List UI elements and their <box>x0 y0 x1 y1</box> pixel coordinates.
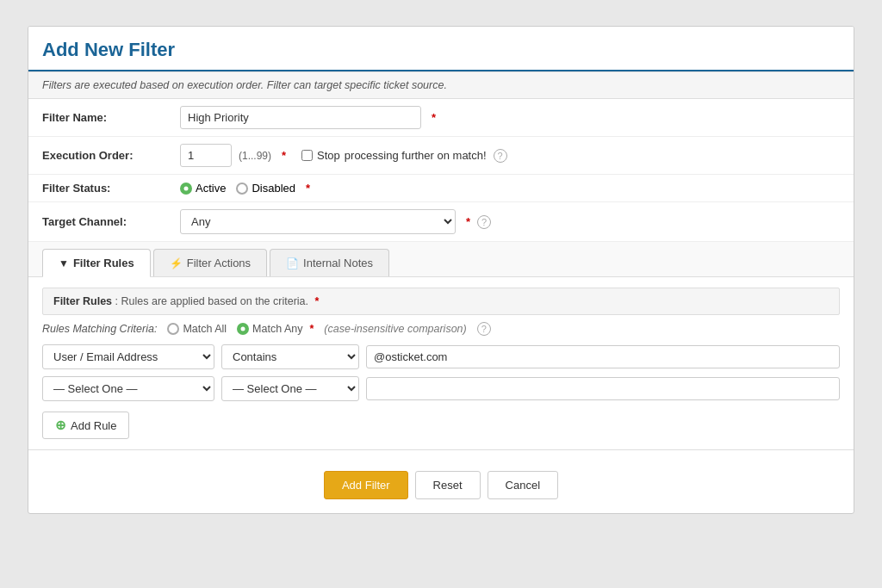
execution-order-field: (1...99) * Stop processing further on ma… <box>180 144 840 167</box>
execution-order-required: * <box>282 149 286 162</box>
filter-name-field: * <box>180 106 840 129</box>
add-rule-label: Add Rule <box>71 419 116 432</box>
matching-help-icon[interactable]: ? <box>477 322 491 336</box>
execution-order-hint: (1...99) <box>239 150 271 162</box>
status-disabled-radio[interactable] <box>236 183 248 195</box>
filter-rules-tab-icon: ▼ <box>59 257 69 269</box>
rules-header-text: : Rules are applied based on the criteri… <box>115 295 308 307</box>
internal-notes-tab-label: Internal Notes <box>303 257 373 269</box>
matching-criteria-label: Rules Matching Criteria: <box>42 323 157 335</box>
match-any-option[interactable]: Match Any * <box>237 323 314 335</box>
execution-order-row: Execution Order: (1...99) * Stop process… <box>28 137 854 175</box>
stop-suffix: processing further on match! <box>345 149 487 162</box>
execution-order-input[interactable] <box>180 144 232 167</box>
stop-bold: Stop <box>317 149 340 162</box>
rules-header-bold: Filter Rules <box>53 295 112 307</box>
rule-row-2: — Select One — — Select One — <box>42 376 840 401</box>
filter-status-row: Filter Status: Active Disabled * <box>28 175 854 202</box>
status-required: * <box>306 182 310 195</box>
stop-processing-checkbox[interactable] <box>301 150 313 161</box>
target-channel-help-icon[interactable]: ? <box>477 215 491 229</box>
internal-notes-tab-icon: 📄 <box>286 257 299 269</box>
tab-filter-rules[interactable]: ▼ Filter Rules <box>42 249 151 277</box>
info-banner: Filters are executed based on execution … <box>28 71 854 99</box>
bottom-buttons: Add Filter Reset Cancel <box>28 450 854 513</box>
filter-name-label: Filter Name: <box>42 111 180 124</box>
matching-criteria: Rules Matching Criteria: Match All Match… <box>42 322 840 336</box>
tabs-wrapper: ▼ Filter Rules ⚡ Filter Actions 📄 Intern… <box>28 242 854 277</box>
target-channel-label: Target Channel: <box>42 215 180 228</box>
rules-content: Filter Rules : Rules are applied based o… <box>28 277 854 449</box>
target-channel-select[interactable]: Any <box>180 209 456 234</box>
rule2-condition-select[interactable]: — Select One — <box>221 376 359 401</box>
rule2-value-input[interactable] <box>366 377 840 400</box>
status-active-label: Active <box>196 182 226 195</box>
tab-internal-notes[interactable]: 📄 Internal Notes <box>270 249 389 276</box>
status-disabled-option[interactable]: Disabled <box>236 182 295 195</box>
match-any-radio[interactable] <box>237 323 249 335</box>
rule1-condition-select[interactable]: Contains <box>221 344 359 369</box>
form-section: Filter Name: * Execution Order: (1...99)… <box>28 99 854 242</box>
match-any-required: * <box>309 323 314 335</box>
cancel-button[interactable]: Cancel <box>488 471 558 499</box>
tab-filter-actions[interactable]: ⚡ Filter Actions <box>153 249 267 276</box>
filter-rules-tab-label: Filter Rules <box>73 257 134 269</box>
rule1-value-input[interactable] <box>366 345 840 368</box>
target-channel-row: Target Channel: Any * ? <box>28 202 854 242</box>
match-all-label: Match All <box>183 323 227 335</box>
filter-name-row: Filter Name: * <box>28 99 854 137</box>
filter-status-label: Filter Status: <box>42 182 180 195</box>
match-all-option[interactable]: Match All <box>167 323 227 335</box>
rules-header: Filter Rules : Rules are applied based o… <box>42 288 840 315</box>
main-container: Add New Filter Filters are executed base… <box>28 26 854 514</box>
rule-row-1: User / Email Address Contains <box>42 344 840 369</box>
filter-name-input[interactable] <box>180 106 421 129</box>
add-filter-button[interactable]: Add Filter <box>324 471 408 499</box>
stop-processing-label[interactable]: Stop processing further on match! <box>301 149 487 162</box>
target-channel-required: * <box>466 215 470 228</box>
execution-order-label: Execution Order: <box>42 149 180 162</box>
add-rule-icon: ⊕ <box>55 418 66 433</box>
status-active-radio[interactable] <box>180 183 192 195</box>
filter-actions-tab-label: Filter Actions <box>187 257 251 269</box>
status-disabled-label: Disabled <box>252 182 295 195</box>
reset-button[interactable]: Reset <box>415 471 481 499</box>
status-radio-group: Active Disabled <box>180 182 295 195</box>
filter-actions-tab-icon: ⚡ <box>170 257 183 269</box>
rule1-field-select[interactable]: User / Email Address <box>42 344 214 369</box>
page-wrapper: Add New Filter Filters are executed base… <box>0 0 882 588</box>
match-any-label: Match Any <box>252 323 302 335</box>
status-active-option[interactable]: Active <box>180 182 226 195</box>
case-hint: (case-insensitive comparison) <box>324 323 466 335</box>
rule2-field-select[interactable]: — Select One — <box>42 376 214 401</box>
rules-header-required: * <box>315 295 320 307</box>
page-title: Add New Filter <box>28 27 854 71</box>
match-all-radio[interactable] <box>167 323 179 335</box>
add-rule-button[interactable]: ⊕ Add Rule <box>42 412 129 439</box>
target-channel-field: Any * ? <box>180 209 840 234</box>
stop-help-icon[interactable]: ? <box>494 149 507 163</box>
filter-status-field: Active Disabled * <box>180 182 840 195</box>
filter-name-required: * <box>432 111 436 124</box>
